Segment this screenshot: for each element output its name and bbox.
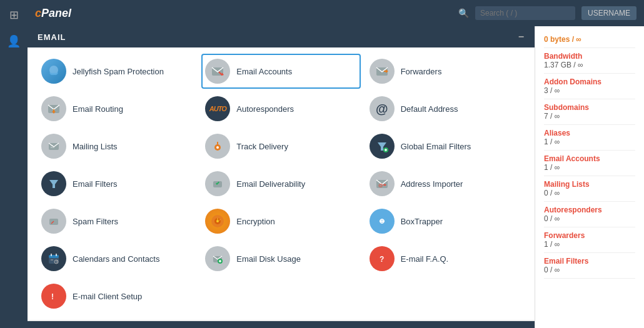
search-icon: 🔍 — [458, 8, 469, 18]
stat-forwarders-value: 1 / ∞ — [544, 240, 635, 249]
calendars-contacts-icon: @ — [41, 246, 66, 271]
encryption-icon — [205, 209, 230, 234]
mailing-lists-item[interactable]: Mailing Lists — [38, 129, 196, 164]
global-email-filters-item[interactable]: Global Email Filters — [366, 129, 525, 164]
email-deliverability-icon — [205, 171, 230, 196]
svg-text:@: @ — [56, 259, 59, 263]
autoresponders-label: Autoresponders — [236, 104, 294, 114]
autoresponders-icon: AUTO — [205, 96, 230, 121]
email-faq-label: E-mail F.A.Q. — [401, 254, 449, 264]
databases-section-header: DATABASES − — [28, 321, 535, 328]
jellyfish-spam-item[interactable]: Jellyfish Spam Protection — [38, 54, 196, 89]
stat-email-accounts-label: Email Accounts — [544, 154, 635, 163]
svg-rect-35 — [49, 255, 59, 258]
stat-forwarders-label: Forwarders — [544, 231, 635, 240]
stat-bandwidth: Bandwidth 1.37 GB / ∞ — [544, 48, 635, 74]
stat-bandwidth-value: 1.37 GB / ∞ — [544, 61, 635, 69]
encryption-label: Encryption — [236, 217, 274, 226]
email-faq-item[interactable]: ? E-mail F.A.Q. — [366, 241, 525, 276]
mailing-lists-icon — [41, 134, 66, 159]
stat-autoresponders-label: Autoresponders — [544, 206, 635, 214]
user-icon[interactable]: 👤 — [4, 31, 24, 51]
grid-icon[interactable]: ⊞ — [4, 5, 24, 25]
email-disk-usage-label: Email Disk Usage — [236, 254, 301, 264]
databases-section: DATABASES − ⊞ phpMyAdmin 🐬 MySQL® Databa… — [28, 321, 535, 328]
email-deliverability-item[interactable]: Email Deliverability — [201, 166, 360, 201]
left-sidebar: ⊞ 👤 — [0, 0, 28, 328]
stat-mailing-lists: Mailing Lists 0 / ∞ — [544, 176, 635, 202]
track-delivery-item[interactable]: Track Delivery — [201, 129, 360, 164]
search-input[interactable] — [475, 6, 575, 20]
svg-text:!: ! — [51, 292, 54, 301]
global-email-filters-label: Global Email Filters — [401, 142, 471, 151]
stat-bandwidth-label: Bandwidth — [544, 52, 635, 61]
boxtrapper-item[interactable]: BoxTrapper — [366, 204, 525, 239]
email-routing-item[interactable]: Email Routing — [38, 91, 196, 126]
jellyfish-icon — [41, 59, 66, 84]
email-client-setup-icon: ! — [41, 284, 66, 309]
calendars-contacts-label: Calendars and Contacts — [73, 254, 159, 264]
stat-addon-label: Addon Domains — [544, 77, 635, 86]
stat-autoresponders: Autoresponders 0 / ∞ — [544, 202, 635, 227]
stat-disk-label: 0 bytes / ∞ — [544, 35, 635, 44]
svg-text:@: @ — [378, 182, 383, 188]
email-filters-label: Email Filters — [73, 179, 118, 189]
stat-mailing-lists-value: 0 / ∞ — [544, 189, 635, 197]
encryption-item[interactable]: Encryption — [201, 204, 360, 239]
svg-text:?: ? — [380, 255, 384, 264]
email-section-body: Jellyfish Spam Protection Email Accounts — [28, 47, 535, 320]
autoresponders-item[interactable]: AUTO Autoresponders — [201, 91, 360, 126]
address-importer-icon: @ — [370, 171, 395, 196]
email-accounts-icon — [205, 59, 230, 84]
email-section-label: EMAIL — [38, 32, 66, 42]
stat-email-accounts-value: 1 / ∞ — [544, 163, 635, 172]
stat-aliases-value: 1 / ∞ — [544, 137, 635, 146]
main-content: EMAIL − Jellyfish Spam Protection — [28, 26, 535, 328]
address-importer-item[interactable]: @ Address Importer — [366, 166, 525, 201]
stat-mailing-lists-label: Mailing Lists — [544, 180, 635, 189]
svg-marker-17 — [49, 180, 58, 188]
content-wrapper: EMAIL − Jellyfish Spam Protection — [28, 26, 644, 328]
stat-autoresponders-value: 0 / ∞ — [544, 214, 635, 223]
user-button[interactable]: USERNAME — [581, 6, 636, 20]
forwarders-label: Forwarders — [401, 67, 442, 76]
default-address-item[interactable]: @ Default Address — [366, 91, 525, 126]
email-filters-item[interactable]: Email Filters — [38, 166, 196, 201]
default-address-icon: @ — [370, 96, 395, 121]
svg-point-47 — [48, 291, 59, 302]
svg-point-27 — [216, 220, 219, 222]
stat-aliases-label: Aliases — [544, 129, 635, 137]
stat-email-filters-label: Email Filters — [544, 257, 635, 266]
stat-email-accounts: Email Accounts 1 / ∞ — [544, 151, 635, 176]
default-address-label: Default Address — [401, 104, 458, 114]
stat-subdomains: Subdomains 7 / ∞ — [544, 99, 635, 125]
stat-disk: 0 bytes / ∞ — [544, 31, 635, 48]
mailing-lists-label: Mailing Lists — [73, 142, 118, 151]
email-deliverability-label: Email Deliverability — [236, 179, 305, 189]
calendars-contacts-item[interactable]: @ Calendars and Contacts — [38, 241, 196, 276]
spam-filters-icon — [41, 209, 66, 234]
email-disk-usage-icon — [205, 246, 230, 271]
cpanel-logo: cPanel — [35, 7, 71, 20]
stat-email-filters-value: 0 / ∞ — [544, 266, 635, 274]
stat-addon: Addon Domains 3 / ∞ — [544, 74, 635, 99]
forwarders-icon — [370, 59, 395, 84]
stat-addon-value: 3 / ∞ — [544, 86, 635, 95]
spam-filters-item[interactable]: Spam Filters — [38, 204, 196, 239]
stat-subdomains-value: 7 / ∞ — [544, 112, 635, 121]
email-client-setup-item[interactable]: ! E-mail Client Setup — [38, 279, 196, 314]
header-right: 🔍 USERNAME — [458, 6, 636, 20]
email-disk-usage-item[interactable]: Email Disk Usage — [201, 241, 360, 276]
forwarders-item[interactable]: Forwarders — [366, 54, 525, 89]
stat-subdomains-label: Subdomains — [544, 103, 635, 112]
main-area: cPanel 🔍 USERNAME EMAIL − — [28, 0, 644, 328]
email-routing-icon — [41, 96, 66, 121]
collapse-icon[interactable]: − — [518, 31, 525, 42]
email-accounts-label: Email Accounts — [236, 67, 292, 76]
spam-filters-label: Spam Filters — [73, 217, 118, 226]
email-section: EMAIL − Jellyfish Spam Protection — [28, 26, 535, 320]
stat-forwarders: Forwarders 1 / ∞ — [544, 227, 635, 253]
email-routing-label: Email Routing — [73, 104, 123, 114]
email-client-setup-label: E-mail Client Setup — [73, 292, 142, 301]
email-accounts-item[interactable]: Email Accounts — [201, 54, 360, 89]
